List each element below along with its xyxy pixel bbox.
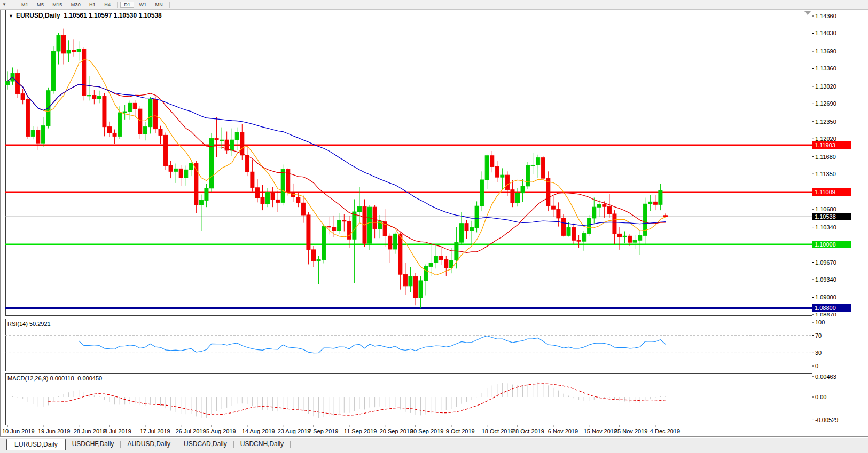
price-tick-label: 1.13690 (815, 48, 836, 54)
candle-body (561, 218, 565, 235)
candle-body (266, 193, 270, 204)
rsi-indicator-label: RSI(14) 50.2921 (7, 321, 51, 327)
collapse-chart-icon[interactable]: ▼ (9, 13, 13, 19)
candle-body (444, 260, 448, 268)
candle-body (347, 221, 351, 239)
rsi-pane[interactable]: 10070300 (0, 319, 868, 371)
candle-body (123, 112, 127, 113)
price-tick-label: 1.12690 (815, 100, 836, 107)
candle-body (516, 193, 520, 203)
candle-body (169, 165, 173, 171)
candle-body (215, 138, 218, 140)
candle-body (307, 215, 310, 250)
candle-body (82, 49, 86, 96)
candle-body (480, 180, 484, 206)
candle-body (541, 158, 545, 178)
candle-body (511, 190, 514, 203)
candle-body (189, 164, 193, 170)
tab-audusd-daily[interactable]: AUDUSD,Daily (121, 439, 177, 449)
candle-body (251, 172, 254, 188)
price-badge-label: 1.11903 (815, 142, 835, 148)
rsi-axis[interactable]: 10070300 (812, 319, 825, 369)
candle-body (276, 200, 280, 202)
macd-pane[interactable]: 0.004630.00-0.00529 (0, 373, 868, 425)
candle-body (240, 132, 244, 155)
candle-body (103, 97, 106, 127)
candle-body (623, 236, 627, 237)
candle-body (41, 126, 45, 143)
tab-eurusd-daily[interactable]: EURUSD,Daily (6, 439, 66, 450)
candle-body (153, 99, 157, 129)
candle-body (312, 250, 316, 261)
date-label: 26 Jul 2019 (176, 428, 206, 434)
candle-body (607, 206, 611, 214)
candle-body (638, 235, 642, 240)
tab-usdcnh-daily[interactable]: USDCNH,Daily (234, 439, 290, 449)
price-tick-label: 1.13360 (815, 65, 836, 71)
pane-frame (6, 10, 812, 316)
candle-body (424, 266, 428, 281)
chart-shift-marker-icon[interactable] (804, 11, 811, 15)
date-label: 19 Jun 2019 (38, 428, 71, 434)
candle-body (220, 140, 224, 140)
candle-body (159, 129, 162, 136)
macd-signal-line (48, 384, 666, 415)
tab-usdchf-daily[interactable]: USDCHF,Daily (66, 439, 121, 449)
tab-usdcad-daily[interactable]: USDCAD,Daily (177, 439, 233, 449)
candle-body (286, 169, 290, 192)
rsi-line (79, 336, 666, 353)
candle-body (332, 227, 336, 231)
main-price-pane[interactable]: 1.143601.140301.136901.133601.130201.126… (0, 10, 868, 316)
ma-fast-line[interactable] (7, 60, 666, 275)
rsi-tick-label: 0 (815, 363, 818, 369)
candle-body (603, 204, 606, 206)
price-tick-label: 1.10680 (815, 206, 836, 212)
candle-body (409, 276, 412, 286)
candle-body (663, 216, 667, 217)
price-axis[interactable]: 1.143601.140301.136901.133601.130201.126… (812, 13, 851, 316)
chart-ohlc-values: 1.10561 1.10597 1.10530 1.10538 (64, 12, 162, 19)
candle-body (337, 220, 341, 231)
candle-body (613, 214, 616, 234)
price-tick-label: 1.14360 (815, 13, 836, 19)
candle-body (143, 127, 147, 134)
candle-body (531, 165, 535, 165)
date-label: 5 Aug 2019 (206, 428, 236, 434)
candle-body (210, 138, 214, 188)
macd-histogram (7, 382, 666, 418)
chart-area[interactable]: 1.143601.140301.136901.133601.130201.126… (0, 0, 868, 453)
candle-body (526, 165, 530, 186)
candle-body (419, 281, 423, 298)
price-tick-label: 1.09340 (815, 276, 836, 283)
date-label: 20 Sep 2019 (380, 428, 413, 434)
date-label: 8 Jul 2019 (104, 428, 131, 434)
candle-body (572, 228, 576, 241)
candle-body (118, 113, 122, 136)
date-label: 6 Nov 2019 (548, 428, 578, 434)
candle-body (648, 202, 652, 204)
candle-body (577, 240, 581, 241)
candle-body (439, 256, 443, 260)
date-axis[interactable]: 10 Jun 201919 Jun 201928 Jun 20198 Jul 2… (0, 425, 868, 436)
candle-body (57, 35, 60, 51)
candle-body (342, 220, 346, 221)
date-label: 28 Oct 2019 (512, 428, 544, 434)
candle-body (77, 49, 81, 52)
candle-body (97, 97, 101, 99)
pane-frame (6, 374, 812, 425)
price-tick-label: 1.11680 (815, 154, 836, 160)
price-tick-label: 1.08670 (815, 312, 836, 316)
macd-tick-label: -0.00529 (815, 417, 838, 423)
date-label: 15 Nov 2019 (584, 428, 617, 434)
candle-body (536, 158, 540, 165)
price-tick-label: 1.14030 (815, 30, 836, 36)
candle-body (459, 224, 463, 242)
candle-body (357, 206, 361, 212)
chart-symbol-period: EURUSD,Daily (16, 12, 60, 19)
date-label: 4 Dec 2019 (650, 428, 680, 434)
candle-body (567, 228, 570, 236)
date-label: 11 Sep 2019 (344, 428, 377, 434)
macd-axis[interactable]: 0.004630.00-0.00529 (812, 373, 838, 423)
candle-body (108, 127, 112, 133)
candle-body (327, 227, 331, 227)
